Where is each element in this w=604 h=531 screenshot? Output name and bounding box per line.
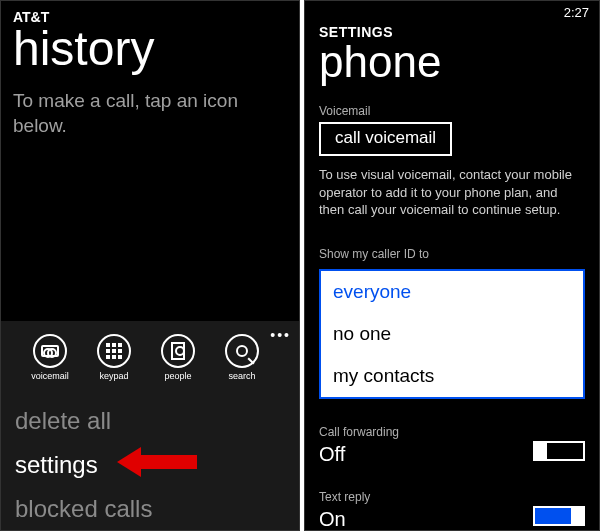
search-label: search <box>228 371 255 381</box>
callerid-section-label: Show my caller ID to <box>305 237 599 265</box>
more-button[interactable]: ••• <box>270 327 291 343</box>
status-time: 2:27 <box>305 1 599 20</box>
keypad-button[interactable]: keypad <box>89 334 139 381</box>
people-button[interactable]: people <box>153 334 203 381</box>
app-bar: voicemail keypad people search ••• <box>1 321 299 393</box>
keypad-icon <box>97 334 131 368</box>
phone-settings-screen: 2:27 SETTINGS phone Voicemail call voice… <box>304 0 600 531</box>
callerid-option-my-contacts[interactable]: my contacts <box>321 355 583 397</box>
menu-delete-all[interactable]: delete all <box>15 399 285 443</box>
voicemail-note: To use visual voicemail, contact your mo… <box>305 156 599 219</box>
history-screen: AT&T history To make a call, tap an icon… <box>0 0 300 531</box>
page-title: phone <box>305 40 599 94</box>
annotation-arrow <box>117 447 197 477</box>
text-reply-toggle[interactable] <box>533 506 585 526</box>
call-fwd-toggle[interactable] <box>533 441 585 461</box>
search-button[interactable]: search <box>217 334 267 381</box>
voicemail-section-label: Voicemail <box>305 94 599 122</box>
empty-hint: To make a call, tap an icon below. <box>1 73 299 138</box>
callerid-option-everyone[interactable]: everyone <box>321 271 583 313</box>
text-reply-label: Text reply <box>305 480 599 508</box>
search-icon <box>225 334 259 368</box>
call-voicemail-button[interactable]: call voicemail <box>319 122 452 156</box>
callerid-option-no-one[interactable]: no one <box>321 313 583 355</box>
page-title: history <box>1 25 299 73</box>
menu-blocked-calls[interactable]: blocked calls <box>15 487 285 531</box>
people-label: people <box>164 371 191 381</box>
call-fwd-label: Call forwarding <box>305 415 599 443</box>
voicemail-button[interactable]: voicemail <box>25 334 75 381</box>
people-icon <box>161 334 195 368</box>
voicemail-icon <box>33 334 67 368</box>
voicemail-label: voicemail <box>31 371 69 381</box>
keypad-label: keypad <box>99 371 128 381</box>
callerid-dropdown[interactable]: everyone no one my contacts <box>319 269 585 399</box>
